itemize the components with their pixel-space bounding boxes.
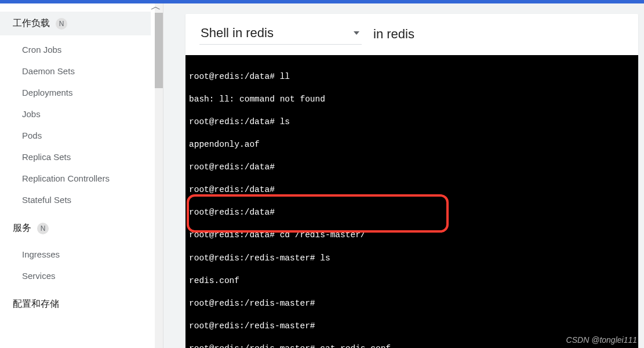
terminal-line: root@redis:/data#: [189, 184, 635, 196]
sidebar-item-replication-controllers[interactable]: Replication Controllers: [0, 168, 151, 189]
sidebar-item-cron-jobs[interactable]: Cron Jobs: [0, 39, 151, 60]
sidebar-item-ingresses[interactable]: Ingresses: [0, 244, 151, 265]
sidebar-section-label: 工作负载: [13, 17, 50, 30]
sidebar-item-daemon-sets[interactable]: Daemon Sets: [0, 60, 151, 82]
terminal-line: redis.conf: [189, 276, 635, 287]
sidebar-item-jobs[interactable]: Jobs: [0, 103, 151, 125]
sidebar-item-deployments[interactable]: Deployments: [0, 82, 151, 103]
badge-n-icon: N: [37, 223, 49, 234]
terminal-line: root@redis:/redis-master#: [189, 321, 635, 332]
sidebar-item-services[interactable]: Services: [0, 265, 151, 287]
terminal-line: root@redis:/data#: [189, 207, 635, 219]
sidebar-scrollbar-thumb[interactable]: [155, 13, 163, 88]
sidebar-section-workloads[interactable]: 工作负载 N: [0, 12, 151, 35]
sidebar-item-stateful-sets[interactable]: Stateful Sets: [0, 189, 151, 211]
sidebar-item-replica-sets[interactable]: Replica Sets: [0, 146, 151, 168]
terminal-line: root@redis:/data#: [189, 162, 635, 173]
shell-select-label: Shell in redis: [201, 26, 274, 41]
terminal-line: appendonly.aof: [189, 139, 635, 151]
main-content: Shell in redis in redis root@redis:/data…: [163, 3, 644, 348]
terminal-line: root@redis:/data# ls: [189, 117, 635, 128]
sidebar-scrollbar-track[interactable]: [155, 3, 163, 348]
shell-header: Shell in redis in redis: [185, 14, 638, 55]
shell-in-label: in redis: [373, 27, 414, 42]
terminal-output[interactable]: root@redis:/data# ll bash: ll: command n…: [185, 55, 638, 348]
terminal-line: bash: ll: command not found: [189, 94, 635, 106]
sidebar-section-services[interactable]: 服务 N: [0, 216, 151, 240]
terminal-line: root@redis:/redis-master# ls: [189, 253, 635, 264]
sidebar-section-label: 配置和存储: [13, 298, 59, 310]
app-layout: ︿ 工作负载 N Cron Jobs Daemon Sets Deploymen…: [0, 3, 644, 348]
sidebar-section-label: 服务: [13, 222, 31, 234]
terminal-line: root@redis:/data# cd /redis-master/: [189, 230, 635, 241]
sidebar-item-pods[interactable]: Pods: [0, 125, 151, 146]
badge-n-icon: N: [56, 18, 67, 30]
terminal-line: root@redis:/data# ll: [189, 71, 635, 83]
shell-target-select[interactable]: Shell in redis: [199, 23, 362, 45]
shell-card: Shell in redis in redis root@redis:/data…: [185, 14, 638, 348]
caret-down-icon: [354, 31, 359, 35]
scroll-up-icon[interactable]: ︿: [151, 1, 161, 12]
sidebar-container: ︿ 工作负载 N Cron Jobs Daemon Sets Deploymen…: [0, 3, 163, 348]
sidebar-section-config-storage[interactable]: 配置和存储: [0, 292, 151, 316]
sidebar: 工作负载 N Cron Jobs Daemon Sets Deployments…: [0, 3, 151, 316]
terminal-line: root@redis:/redis-master#: [189, 298, 635, 310]
watermark-text: CSDN @tonglei111: [566, 335, 637, 345]
